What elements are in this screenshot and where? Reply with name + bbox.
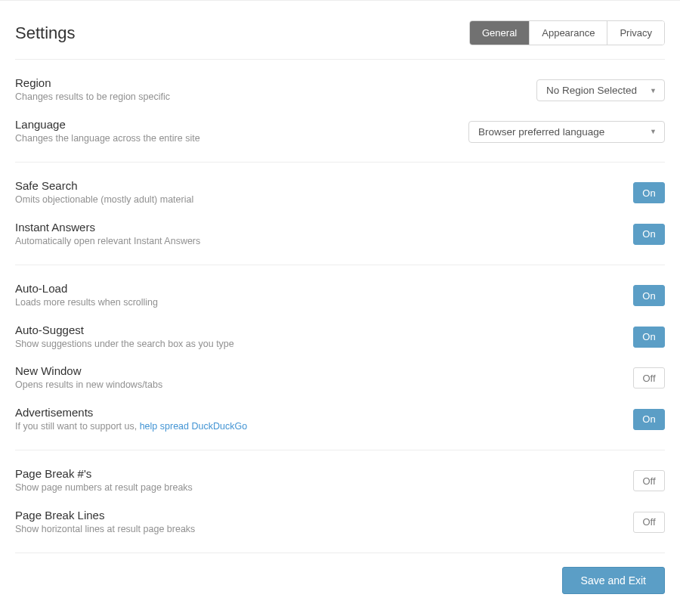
chevron-down-icon: ▼	[650, 128, 657, 135]
instant-answers-toggle[interactable]: On	[633, 224, 665, 245]
footer: Save and Exit	[15, 553, 665, 594]
page-break-lines-desc: Show horizontal lines at result page bre…	[15, 523, 618, 537]
row-language: Language Changes the language across the…	[15, 110, 665, 152]
language-select-value: Browser preferred language	[478, 126, 604, 138]
row-page-break-nums: Page Break #'s Show page numbers at resu…	[15, 461, 665, 501]
tab-privacy[interactable]: Privacy	[607, 21, 664, 45]
instant-answers-desc: Automatically open relevant Instant Answ…	[15, 235, 618, 249]
page-break-nums-title: Page Break #'s	[15, 467, 618, 480]
page-break-nums-toggle[interactable]: Off	[633, 470, 665, 491]
advertisements-toggle[interactable]: On	[633, 409, 665, 430]
row-instant-answers: Instant Answers Automatically open relev…	[15, 213, 665, 255]
page-break-lines-toggle[interactable]: Off	[633, 512, 665, 533]
row-safe-search: Safe Search Omits objectionable (mostly …	[15, 173, 665, 213]
new-window-desc: Opens results in new windows/tabs	[15, 379, 618, 392]
chevron-down-icon: ▼	[650, 87, 657, 94]
group-safety: Safe Search Omits objectionable (mostly …	[15, 163, 665, 265]
tab-appearance[interactable]: Appearance	[529, 21, 607, 45]
group-locale: Region Changes results to be region spec…	[15, 60, 665, 162]
page-break-lines-title: Page Break Lines	[15, 509, 618, 522]
advertisements-desc: If you still want to support us, help sp…	[15, 420, 618, 434]
auto-suggest-title: Auto-Suggest	[15, 323, 618, 336]
tab-general[interactable]: General	[470, 21, 529, 45]
advertisements-desc-prefix: If you still want to support us,	[15, 421, 140, 432]
row-page-break-lines: Page Break Lines Show horizontal lines a…	[15, 501, 665, 543]
settings-tabs: General Appearance Privacy	[469, 20, 665, 45]
auto-load-toggle[interactable]: On	[633, 285, 665, 306]
group-results: Auto-Load Loads more results when scroll…	[15, 265, 665, 450]
language-desc: Changes the language across the entire s…	[15, 132, 453, 146]
language-title: Language	[15, 118, 453, 131]
region-title: Region	[15, 76, 521, 89]
region-select-value: No Region Selected	[546, 85, 637, 96]
auto-suggest-toggle[interactable]: On	[633, 327, 665, 348]
auto-suggest-desc: Show suggestions under the search box as…	[15, 338, 618, 351]
row-advertisements: Advertisements If you still want to supp…	[15, 398, 665, 440]
save-and-exit-button[interactable]: Save and Exit	[562, 567, 665, 594]
row-new-window: New Window Opens results in new windows/…	[15, 357, 665, 398]
settings-header: Settings General Appearance Privacy	[15, 11, 665, 59]
page-title: Settings	[15, 23, 76, 43]
advertisements-title: Advertisements	[15, 406, 618, 419]
row-auto-suggest: Auto-Suggest Show suggestions under the …	[15, 316, 665, 358]
row-auto-load: Auto-Load Loads more results when scroll…	[15, 276, 665, 316]
page-break-nums-desc: Show page numbers at result page breaks	[15, 481, 618, 495]
row-region: Region Changes results to be region spec…	[15, 70, 665, 110]
new-window-toggle[interactable]: Off	[633, 367, 665, 388]
auto-load-desc: Loads more results when scrolling	[15, 296, 618, 310]
language-select[interactable]: Browser preferred language ▼	[468, 121, 665, 143]
auto-load-title: Auto-Load	[15, 282, 618, 295]
help-spread-link[interactable]: help spread DuckDuckGo	[140, 421, 247, 432]
new-window-title: New Window	[15, 364, 618, 377]
safe-search-desc: Omits objectionable (mostly adult) mater…	[15, 193, 618, 207]
region-select[interactable]: No Region Selected ▼	[536, 79, 665, 101]
safe-search-toggle[interactable]: On	[633, 182, 665, 203]
safe-search-title: Safe Search	[15, 179, 618, 192]
region-desc: Changes results to be region specific	[15, 91, 521, 104]
group-pagebreak: Page Break #'s Show page numbers at resu…	[15, 450, 665, 553]
instant-answers-title: Instant Answers	[15, 221, 618, 234]
